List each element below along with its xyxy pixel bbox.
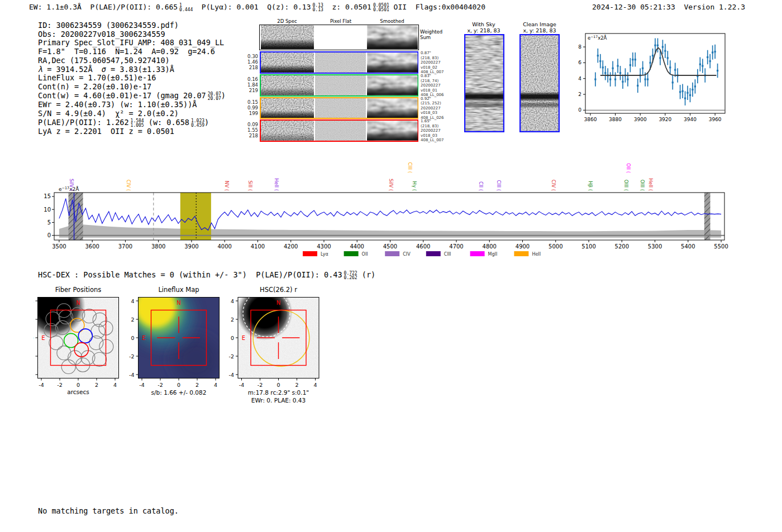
data-point [609, 79, 611, 80]
x-tick-label: 5300 [648, 243, 662, 250]
info-line-4: F=1.8" T=0.116 N=1.24 A=0.92 g=24.6 [38, 47, 226, 56]
cutout-title: Lineflux Map [158, 286, 199, 294]
dark-band [261, 111, 314, 118]
data-point [657, 45, 659, 46]
x-tick-label: 3940 [684, 117, 697, 122]
east-label: E [41, 335, 45, 341]
legend-swatch [385, 251, 399, 256]
emission-line-label: CIII ( [407, 162, 413, 173]
data-point [662, 46, 664, 47]
fiber-weight-value: 218 [246, 65, 258, 70]
x-tick-label: 4100 [251, 243, 265, 250]
data-point [645, 79, 646, 80]
emission-line-label: SiII ( [247, 180, 253, 191]
emission-line-label: CIV ( [551, 180, 556, 191]
data-point [672, 82, 674, 83]
footer-notes: No matching targets in catalog. Row inte… [38, 488, 179, 532]
data-point [659, 57, 661, 59]
emission-line-label: SiIV ( [388, 179, 394, 191]
x-tick-label: -4 [239, 382, 244, 388]
row4-2dspec-image [261, 121, 314, 141]
header-metric-text: EW: 1.1±0.3Å P(LAE)/P(OII): 0.665 [29, 3, 178, 11]
x-tick-label: -4 [39, 382, 44, 388]
data-point [679, 91, 681, 93]
x-tick-label: -2 [158, 382, 163, 388]
fiber-annotation: 0.92" [421, 97, 444, 102]
x-tick-label: 4 [313, 382, 317, 388]
row3-2dspec-image [261, 98, 314, 118]
dark-sky-band [519, 92, 560, 102]
row2-left-labels: 0.161.84219 [246, 76, 258, 93]
info-line-12-range: 1.5841.005 [131, 119, 144, 127]
weighted-smoothed-image [367, 25, 418, 49]
data-point [602, 66, 604, 68]
fiber-weight-value: 0.09 [246, 122, 258, 127]
info-line-12: P(LAE)/P(OII): 1.2621.5841.005 (w: 0.658… [38, 118, 226, 128]
row3-smoothed-image [367, 98, 418, 118]
col-title-smoothed: Smoothed [380, 18, 404, 24]
cutout-content-1 [131, 285, 220, 383]
legend-swatch [514, 251, 528, 256]
fiber-annotation: v018_01 [421, 88, 444, 93]
data-point [689, 94, 691, 96]
legend-label: OII [362, 252, 368, 257]
emission-line-label: SiIV ( [69, 179, 74, 191]
emission-line-label: Hγ ( [412, 181, 417, 191]
x-tick-label: 3880 [609, 117, 622, 122]
x-tick-label: 4800 [483, 243, 497, 250]
info-line-5-text: RA,Dec (175.060547,50.927410) [38, 56, 170, 65]
fiber-weight-value: 1.55 [246, 127, 258, 133]
info-line-12-lo: 0.459 [191, 123, 204, 128]
hscdex-line: HSC-DEX : Possible Matches = 0 (within +… [38, 270, 375, 280]
x-tick-label: 4200 [284, 243, 298, 250]
info-line-3-text: Primary Spec_Slot_IFU_AMP: 408_031_049_L… [38, 38, 224, 47]
emission-line-label: HeII ( [274, 178, 279, 191]
header-metric-lo: 0.444 [179, 8, 193, 12]
data-point [712, 51, 713, 53]
weighted-2dspec-image [261, 25, 314, 49]
y-tick-label: 2 [34, 317, 34, 323]
fiber-annotation: 20200227 [421, 60, 444, 65]
elixer-report-page: { "header": { "segments": [ {"t":"EW: 1.… [0, 0, 782, 532]
row1-pixelflat-image [315, 52, 366, 73]
emission-line-label: NV ( [224, 181, 230, 191]
info-line-8: Cont(n) = 2.20(±0.10)e-17 [38, 83, 226, 92]
cutout-title: Fiber Positions [55, 286, 102, 294]
data-point [707, 56, 708, 58]
info-line-2-text: Obs: 20200227v018_3006234559 [38, 30, 165, 39]
x-tick-label: 2 [295, 382, 298, 388]
fiber-annotation: (215, 252) [421, 101, 444, 106]
x-tick-label: 3800 [151, 243, 165, 250]
data-point [594, 79, 596, 80]
row4-left-labels: 0.091.55218 [246, 122, 258, 138]
cutout-content-2 [237, 285, 319, 378]
header-metric-text: OII Flags:0x00404020 [389, 3, 485, 11]
fiber-weight-value: 218 [246, 133, 258, 138]
data-point [630, 64, 631, 66]
x-tick-label: 4600 [416, 243, 430, 250]
row2-pixelflat-image [315, 75, 366, 95]
clean-image [519, 34, 560, 132]
y-tick-label: 2 [231, 317, 234, 323]
data-point [652, 55, 654, 56]
header-metric-text: P(Lyα): 0.001 Q(z): 0.13 [193, 3, 311, 11]
x-tick-label: 3920 [659, 117, 671, 122]
east-label: E [142, 335, 145, 341]
y-tick-label: 0 [131, 335, 134, 341]
fiber-annotation: 0.87" [421, 51, 444, 56]
y-tick-label: -2 [34, 353, 34, 360]
x-tick-label: 4400 [350, 243, 364, 250]
y-tick-label: 10 [44, 207, 51, 213]
emission-line-label: HeII ( [648, 178, 654, 191]
row2-smoothed-image [367, 75, 418, 95]
fiber-annotation: 20200227 [421, 83, 444, 88]
emission-line-label: CII ( [478, 181, 484, 191]
info-line-13-text: LyA z = 2.2201 OII z = 0.0501 [38, 127, 174, 136]
with-sky-title: With Sky x, y: 218, 83 [467, 21, 500, 33]
info-line-11: S/N = 4.9(±0.4) χ² = 2.0(±0.2) [38, 109, 226, 118]
row1-smoothed-image [367, 52, 418, 73]
data-point [622, 81, 623, 83]
data-point [614, 79, 616, 80]
fiber-annotation: 0.83" [421, 74, 444, 79]
info-line-9: Cont(w) = 4.60(±0.01)e-17 (gmag 20.0720.… [38, 92, 226, 101]
